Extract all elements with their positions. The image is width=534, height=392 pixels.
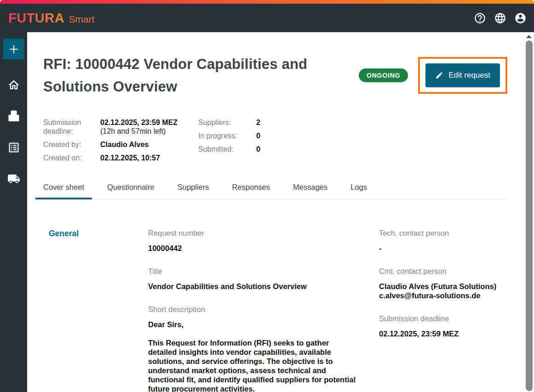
field-value: -: [379, 244, 507, 253]
meta-row-in-progress: In progress: 0: [198, 131, 260, 140]
tab-suppliers[interactable]: Suppliers: [170, 177, 217, 199]
title-row: RFI: 10000442 Vendor Capabilities and So…: [43, 53, 507, 98]
scroll-up-arrow-icon[interactable]: [526, 35, 532, 38]
user-account-icon[interactable]: [514, 12, 527, 24]
sidebar-nav: $: [0, 32, 27, 392]
scrollbar-thumb[interactable]: [526, 40, 533, 391]
field-value: Dear Sirs, This Request for Information …: [148, 320, 357, 392]
meta-row-submitted: Submitted: 0: [198, 145, 260, 153]
tab-logs[interactable]: Logs: [343, 177, 375, 199]
field-submission-deadline: Submission deadline 02.12.2025, 23:59 ME…: [379, 314, 507, 338]
meta-row-suppliers: Suppliers: 2: [198, 118, 260, 127]
app-logo[interactable]: FUTURA Smart: [8, 11, 94, 26]
meta-label: Created on:: [43, 153, 100, 162]
status-badge: ONGOING: [359, 68, 408, 82]
title-actions: ONGOING Edit request: [359, 57, 507, 94]
create-new-button[interactable]: [3, 39, 24, 59]
fields-main-column: Request number 10000442 Title Vendor Cap…: [148, 229, 357, 392]
field-cml-contact: Cml. contact person Claudio Alves (Futur…: [379, 267, 507, 300]
request-meta: Submission deadline: 02.12.2025, 23:59 M…: [43, 118, 507, 167]
meta-value: 02.12.2025, 23:59 MEZ (12h and 57min lef…: [100, 118, 178, 136]
field-request-number: Request number 10000442: [148, 229, 357, 253]
meta-label: Submitted:: [198, 145, 256, 153]
sidebar-item-checklist[interactable]: [7, 141, 20, 154]
sidebar-item-home[interactable]: [7, 79, 20, 91]
meta-row-created-on: Created on: 02.12.2025, 10:57: [43, 153, 198, 162]
meta-row-created-by: Created by: Claudio Alves: [43, 140, 198, 149]
field-label: Submission deadline: [379, 314, 507, 323]
meta-value: 0: [256, 145, 260, 153]
field-title: Title Vendor Capabilities and Solutions …: [148, 267, 357, 291]
field-label: Tech. contact person: [379, 229, 507, 238]
help-icon[interactable]: [474, 12, 486, 24]
language-globe-icon[interactable]: [494, 12, 506, 24]
meta-label: Suppliers:: [198, 118, 256, 127]
brand-gradient-strip: [0, 0, 534, 4]
cover-sheet-panel: General Request number 10000442 Title Ve…: [43, 229, 507, 392]
field-value: 02.12.2025, 23:59 MEZ: [379, 329, 507, 338]
sidebar-item-offers-inbox[interactable]: $: [7, 110, 20, 123]
tab-cover-sheet[interactable]: Cover sheet: [35, 177, 92, 199]
annotation-highlight-box: Edit request: [418, 57, 507, 94]
section-title-general: General: [49, 229, 148, 239]
meta-value: 02.12.2025, 10:57: [100, 153, 160, 162]
field-value: Claudio Alves (Futura Solutions) c.alves…: [379, 282, 507, 300]
edit-request-button[interactable]: Edit request: [425, 63, 500, 87]
meta-value: 2: [256, 118, 260, 127]
edit-request-label: Edit request: [448, 71, 490, 80]
main-content: RFI: 10000442 Vendor Capabilities and So…: [27, 32, 534, 392]
field-label: Cml. contact person: [379, 267, 507, 276]
deadline-value: 02.12.2025, 23:59 MEZ: [100, 119, 178, 126]
field-value: Vendor Capabilities and Solutions Overvi…: [148, 282, 357, 291]
field-label: Title: [148, 267, 357, 276]
field-value: 10000442: [148, 244, 357, 253]
meta-label: Created by:: [43, 140, 100, 149]
field-short-description: Short description Dear Sirs, This Reques…: [148, 305, 357, 392]
page-title: RFI: 10000442 Vendor Capabilities and So…: [43, 53, 359, 98]
meta-value: 0: [256, 131, 260, 140]
field-tech-contact: Tech. contact person -: [379, 229, 507, 253]
meta-column-suppliers: Suppliers: 2 In progress: 0 Submitted: 0: [198, 118, 260, 167]
brand-product-name: Smart: [69, 14, 94, 25]
app-header: FUTURA Smart: [0, 4, 534, 32]
meta-label: In progress:: [198, 131, 256, 140]
field-label: Request number: [148, 229, 357, 238]
meta-value: Claudio Alves: [100, 140, 149, 149]
section-column: General: [43, 229, 148, 392]
tab-responses[interactable]: Responses: [224, 177, 278, 199]
brand-name: FUTURA: [8, 11, 64, 26]
scrollbar[interactable]: [524, 32, 534, 392]
tab-questionnaire[interactable]: Questionnaire: [99, 177, 162, 199]
tab-messages[interactable]: Messages: [285, 177, 335, 199]
deadline-remaining: (12h and 57min left): [100, 127, 166, 135]
fields-side-column: Tech. contact person - Cml. contact pers…: [379, 229, 507, 392]
tab-bar: Cover sheet Questionnaire Suppliers Resp…: [35, 177, 507, 199]
meta-column-dates: Submission deadline: 02.12.2025, 23:59 M…: [43, 118, 198, 167]
meta-row-deadline: Submission deadline: 02.12.2025, 23:59 M…: [43, 118, 198, 136]
sidebar-item-deliveries-truck[interactable]: [7, 172, 20, 185]
meta-label: Submission deadline:: [43, 118, 100, 136]
header-actions: [474, 12, 527, 24]
pencil-icon: [435, 71, 443, 80]
field-label: Short description: [148, 305, 357, 314]
